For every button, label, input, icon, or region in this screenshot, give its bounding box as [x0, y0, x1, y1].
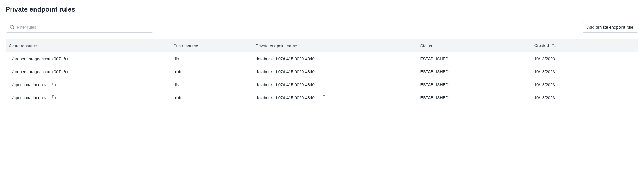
status-text: ESTABLISHED: [417, 52, 531, 65]
table-header-row: Azure resource Sub resource Private endp…: [6, 39, 638, 52]
endpoint-name-text: databricks-b07df415-9020-43d0-...: [256, 69, 319, 74]
created-text: 10/13/2023: [531, 78, 638, 91]
column-endpoint-name[interactable]: Private endpoint name: [252, 39, 417, 52]
sub-resource-text: dfs: [170, 52, 252, 65]
table-row: .../npuccanadacentraldfsdatabricks-b07df…: [6, 78, 638, 91]
column-sub-resource[interactable]: Sub resource: [170, 39, 252, 52]
svg-rect-12: [324, 97, 326, 99]
endpoint-name-text: databricks-b07df415-9020-43d0-...: [256, 82, 319, 87]
copy-icon[interactable]: [321, 81, 328, 87]
azure-resource-text: .../npuccanadacentral: [9, 82, 48, 87]
table-row: .../proberstorageaccount007dfsdatabricks…: [6, 52, 638, 65]
search-input[interactable]: [17, 25, 150, 30]
search-icon: [9, 24, 15, 30]
page-title: Private endpoint rules: [6, 6, 638, 13]
column-created-label: Created: [534, 43, 549, 48]
endpoint-name-text: databricks-b07df415-9020-43d0-...: [256, 95, 319, 100]
sub-resource-text: blob: [170, 91, 252, 104]
endpoint-name-text: databricks-b07df415-9020-43d0-...: [256, 56, 319, 61]
svg-rect-9: [53, 84, 55, 86]
svg-rect-5: [65, 58, 67, 60]
azure-resource-text: .../proberstorageaccount007: [9, 69, 61, 74]
filter-search-box[interactable]: [6, 22, 153, 33]
status-text: ESTABLISHED: [417, 91, 531, 104]
rules-table: Azure resource Sub resource Private endp…: [6, 39, 638, 104]
status-text: ESTABLISHED: [417, 65, 531, 78]
svg-rect-7: [65, 71, 67, 73]
sub-resource-text: dfs: [170, 78, 252, 91]
add-private-endpoint-rule-button[interactable]: Add private endpoint rule: [582, 22, 638, 33]
created-text: 10/13/2023: [531, 91, 638, 104]
controls-bar: Add private endpoint rule: [6, 22, 638, 33]
copy-icon[interactable]: [63, 55, 69, 62]
copy-icon[interactable]: [63, 68, 69, 75]
svg-rect-6: [324, 58, 326, 60]
svg-rect-10: [324, 84, 326, 86]
copy-icon[interactable]: [321, 55, 328, 62]
column-azure-resource[interactable]: Azure resource: [6, 39, 170, 52]
created-text: 10/13/2023: [531, 52, 638, 65]
azure-resource-text: .../proberstorageaccount007: [9, 56, 61, 61]
column-status[interactable]: Status: [417, 39, 531, 52]
svg-line-1: [13, 28, 14, 29]
table-row: .../proberstorageaccount007blobdatabrick…: [6, 65, 638, 78]
svg-rect-11: [53, 97, 55, 99]
sort-desc-icon: [552, 44, 556, 48]
svg-rect-8: [324, 71, 326, 73]
copy-icon[interactable]: [321, 68, 328, 75]
azure-resource-text: .../npuccanadacentral: [9, 95, 48, 100]
column-created[interactable]: Created: [531, 39, 638, 52]
table-row: .../npuccanadacentralblobdatabricks-b07d…: [6, 91, 638, 104]
sub-resource-text: blob: [170, 65, 252, 78]
copy-icon[interactable]: [321, 94, 328, 100]
status-text: ESTABLISHED: [417, 78, 531, 91]
copy-icon[interactable]: [51, 81, 57, 87]
copy-icon[interactable]: [51, 94, 57, 100]
created-text: 10/13/2023: [531, 65, 638, 78]
